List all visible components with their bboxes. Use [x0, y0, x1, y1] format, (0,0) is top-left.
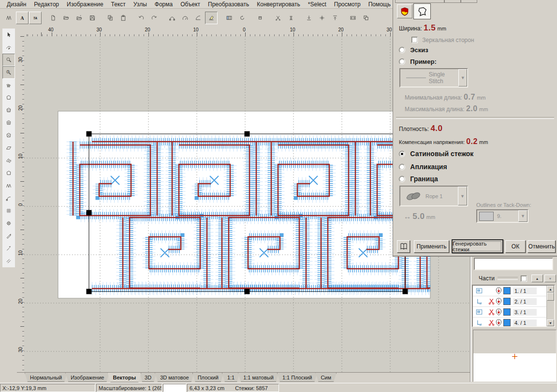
shape-outline-icon[interactable] — [2, 91, 15, 104]
satin-radio[interactable] — [399, 151, 405, 157]
sample-radio[interactable] — [399, 58, 405, 65]
gear-pattern-icon[interactable] — [2, 217, 15, 230]
view-tab-11[interactable]: 1:1 — [222, 373, 240, 382]
select-arrow-icon[interactable] — [2, 29, 15, 41]
thread-color-chip[interactable] — [503, 287, 511, 294]
menu-item-узлы[interactable]: Узлы — [130, 0, 151, 8]
menu-item-select[interactable]: *Select — [304, 0, 330, 8]
menu-item-изображение[interactable]: Изображение — [63, 0, 107, 8]
notes-textbox[interactable] — [474, 258, 553, 270]
zoom-tool-icon[interactable] — [2, 54, 15, 66]
selection-handle[interactable] — [245, 131, 250, 137]
monogram-ta-button[interactable]: TA — [29, 12, 42, 24]
help-book-button[interactable] — [397, 240, 410, 253]
selection-handle[interactable] — [87, 289, 92, 294]
applique-radio[interactable] — [399, 164, 405, 170]
stitch-waves-icon[interactable] — [3, 12, 15, 24]
small-window-icon[interactable] — [254, 12, 266, 24]
view-tab-3d[interactable]: 3D — [139, 373, 157, 382]
menu-item-помощь[interactable]: Помощь — [365, 0, 395, 8]
panel-tab-stub[interactable] — [444, 0, 461, 3]
part-row[interactable]: 2. / 1 — [473, 296, 546, 307]
ok-button[interactable]: ОК — [505, 240, 526, 253]
move-part-down-button[interactable]: ▼ — [544, 275, 556, 282]
node-edit-icon[interactable] — [2, 41, 15, 54]
dropdown-arrow-icon[interactable]: ▼ — [458, 69, 467, 87]
split-scissors-icon[interactable] — [272, 12, 284, 24]
pan-hand-icon[interactable] — [2, 79, 15, 91]
shape-hole-icon[interactable] — [2, 116, 15, 129]
view-tab-11матовый[interactable]: 1:1 матовый — [238, 373, 279, 382]
dropdown-arrow-icon[interactable]: ▼ — [458, 187, 467, 205]
zigzag-stitch-icon[interactable] — [2, 179, 15, 192]
eraser-tool-icon[interactable] — [205, 12, 218, 24]
menu-item-конвертировать[interactable]: Конвертировать — [253, 0, 304, 8]
resequence-icon[interactable] — [236, 12, 249, 24]
shape-outline2-icon[interactable] — [2, 167, 15, 179]
move-part-up-button[interactable]: ▲ — [531, 275, 543, 282]
thread-color-chip[interactable] — [503, 308, 511, 316]
new-design-icon[interactable] — [47, 12, 59, 24]
menu-item-форма[interactable]: Форма — [151, 0, 176, 8]
selection-handle[interactable] — [87, 210, 92, 216]
shape-overlap-icon[interactable] — [2, 154, 15, 167]
weave-pattern-icon[interactable] — [2, 204, 15, 217]
shield-style-button[interactable] — [397, 4, 412, 18]
part-row[interactable]: 3. / 1 — [473, 307, 546, 318]
part-row[interactable]: 4. / 1 — [473, 318, 546, 326]
view-tab-сим[interactable]: Сим — [315, 373, 337, 382]
scroll-thumb[interactable] — [547, 292, 554, 301]
arc-curve-icon[interactable] — [2, 192, 15, 204]
sketch-radio[interactable] — [399, 47, 405, 53]
thread-color-chip[interactable] — [503, 319, 511, 326]
scroll-down-button[interactable]: ▼ — [547, 319, 554, 326]
thread-color-chip[interactable] — [503, 298, 511, 305]
stitch-points-icon[interactable] — [285, 12, 297, 24]
frame-bowtie-icon[interactable] — [347, 12, 359, 24]
view-tab-нормальный[interactable]: Нормальный — [25, 373, 67, 382]
bezier-tool-icon[interactable] — [166, 12, 178, 24]
view-tab-плоский[interactable]: Плоский — [192, 373, 224, 382]
dropdown-arrow-icon[interactable]: ▼ — [518, 210, 528, 222]
angle-gauge-icon[interactable] — [192, 12, 205, 24]
gauge-icon[interactable] — [179, 12, 191, 24]
menu-item-преобразовать[interactable]: Преобразовать — [204, 0, 253, 8]
border-style-combo[interactable]: Rope 1 ▼ — [399, 186, 468, 206]
mirror-checkbox[interactable] — [411, 37, 418, 43]
import-design-icon[interactable] — [73, 12, 86, 24]
part-row[interactable]: 1. / 1 — [473, 286, 546, 296]
panel-tab-stub[interactable] — [395, 0, 444, 3]
selection-handle[interactable] — [87, 131, 92, 137]
overlap-squares-icon[interactable] — [360, 12, 372, 24]
lettering-a-button[interactable]: A — [16, 12, 29, 24]
panel-tab-stub[interactable] — [461, 0, 477, 3]
sample-stitch-combo[interactable]: Single Stitch ▼ — [399, 68, 468, 87]
needle-spread-icon[interactable] — [316, 12, 328, 24]
parts-checkbox[interactable] — [521, 276, 527, 282]
menu-item-дизайн[interactable]: Дизайн — [3, 0, 30, 8]
view-tab-векторы[interactable]: Векторы — [107, 373, 141, 382]
border-radio[interactable] — [399, 176, 405, 182]
density-value[interactable]: 4.0 — [430, 124, 442, 133]
zoom-1-icon[interactable]: 1 — [2, 66, 15, 79]
shape-flat-icon[interactable] — [2, 142, 15, 154]
selection-handle[interactable] — [403, 289, 408, 294]
view-tab-11плоский[interactable]: 1:1 Плоский — [277, 373, 318, 382]
shape-cross-icon[interactable] — [2, 129, 15, 142]
width-value[interactable]: 1.5 — [424, 23, 436, 32]
cancel-button[interactable]: Отменить — [528, 240, 556, 253]
wand-tool-icon[interactable] — [2, 242, 15, 255]
view-tab-3dматовое[interactable]: 3D матовое — [155, 373, 194, 382]
hatch-tool-icon[interactable] — [2, 255, 15, 267]
parts-scrollbar[interactable]: ▲ ▼ — [546, 286, 554, 326]
view-tab-изображение[interactable]: Изображение — [65, 373, 109, 382]
selection-handle[interactable] — [245, 289, 250, 294]
menu-item-редактор[interactable]: Редактор — [30, 0, 63, 8]
save-design-icon[interactable] — [86, 12, 99, 24]
paste-icon[interactable] — [117, 12, 130, 24]
redo-icon[interactable] — [148, 12, 161, 24]
open-design-icon[interactable] — [60, 12, 73, 24]
outlines-combo[interactable]: 9. ▼ — [476, 209, 528, 223]
apply-button[interactable]: Применить — [414, 240, 449, 253]
needle-up-icon[interactable] — [329, 12, 341, 24]
